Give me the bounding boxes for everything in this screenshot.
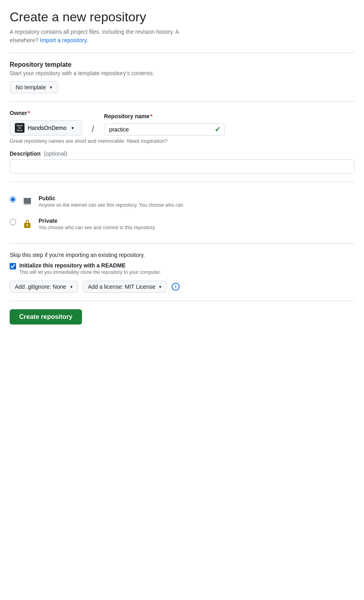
skip-text: Skip this step if you're importing an ex… [10, 252, 354, 258]
divider-4 [10, 243, 354, 244]
repo-name-field-group: Repository name* ✓ [104, 113, 225, 136]
license-button[interactable]: Add a license: MIT License ▾ [83, 281, 167, 293]
divider-3 [10, 182, 354, 182]
readme-checkbox-row: Initialize this repository with a README… [10, 262, 354, 275]
owner-required-star: * [28, 110, 30, 116]
optional-label: (optional) [44, 150, 67, 157]
page-title: Create a new repository [10, 10, 354, 25]
repo-name-input[interactable] [104, 123, 225, 136]
gitignore-label: Add .gitignore: None [15, 284, 66, 290]
info-icon[interactable]: i [172, 283, 180, 291]
public-desc: Anyone on the internet can see this repo… [39, 202, 183, 208]
public-option[interactable]: Public Anyone on the internet can see th… [10, 190, 354, 213]
repo-name-label: Repository name* [104, 113, 225, 119]
public-title: Public [39, 195, 183, 201]
checkmark-icon: ✓ [215, 125, 221, 134]
repo-name-hint: Great repository names are short and mem… [10, 138, 354, 144]
visibility-section: Public Anyone on the internet can see th… [10, 190, 354, 235]
template-button[interactable]: No template ▾ [10, 81, 58, 93]
extras-row: Add .gitignore: None ▾ Add a license: MI… [10, 281, 354, 293]
private-title: Private [39, 218, 156, 224]
import-link[interactable]: Import a repository. [40, 37, 88, 43]
initialize-section: Skip this step if you're importing an ex… [10, 252, 354, 293]
public-radio[interactable] [10, 196, 16, 203]
gitignore-button[interactable]: Add .gitignore: None ▾ [10, 281, 78, 293]
create-button-label: Create repository [19, 313, 73, 321]
divider-5 [10, 301, 354, 301]
repo-name-input-wrapper: ✓ [104, 123, 225, 136]
readme-label-group: Initialize this repository with a README… [19, 262, 161, 275]
private-radio[interactable] [10, 219, 16, 225]
divider-1 [10, 53, 354, 53]
license-label: Add a license: MIT License [88, 284, 155, 290]
description-label: Description (optional) [10, 150, 354, 157]
template-button-label: No template [16, 84, 46, 90]
book-icon [21, 195, 34, 208]
template-label: Repository template [10, 61, 354, 68]
owner-name: HandsOnDemo [28, 125, 67, 131]
owner-label: Owner* [10, 110, 82, 116]
path-separator: / [88, 123, 98, 135]
owner-select-button[interactable]: Hands On Demo HandsOnDemo ▾ [10, 120, 82, 136]
create-repository-button[interactable]: Create repository [10, 309, 82, 325]
owner-repo-row: Owner* Hands On Demo HandsOnDemo ▾ / Rep… [10, 110, 354, 136]
public-text-group: Public Anyone on the internet can see th… [39, 195, 183, 208]
private-text-group: Private You choose who can see and commi… [39, 218, 156, 230]
page-subtitle: A repository contains all project files,… [10, 28, 354, 45]
repo-required-star: * [150, 113, 152, 119]
owner-avatar: Hands On Demo [15, 123, 25, 133]
gitignore-chevron-icon: ▾ [70, 284, 73, 290]
description-input[interactable] [10, 159, 354, 174]
private-desc: You choose who can see and commit to thi… [39, 225, 156, 230]
chevron-down-icon: ▾ [50, 85, 52, 90]
readme-checkbox[interactable] [10, 263, 16, 269]
owner-field-group: Owner* Hands On Demo HandsOnDemo ▾ [10, 110, 82, 136]
readme-desc: This will let you immediately clone the … [19, 269, 161, 275]
license-chevron-icon: ▾ [159, 284, 162, 290]
description-section: Description (optional) [10, 150, 354, 174]
template-desc: Start your repository with a template re… [10, 70, 354, 76]
divider-2 [10, 101, 354, 102]
lock-icon [21, 218, 34, 230]
template-section: Repository template Start your repositor… [10, 61, 354, 93]
owner-chevron-icon: ▾ [72, 125, 74, 131]
private-option[interactable]: Private You choose who can see and commi… [10, 213, 354, 235]
readme-title: Initialize this repository with a README [19, 262, 161, 269]
